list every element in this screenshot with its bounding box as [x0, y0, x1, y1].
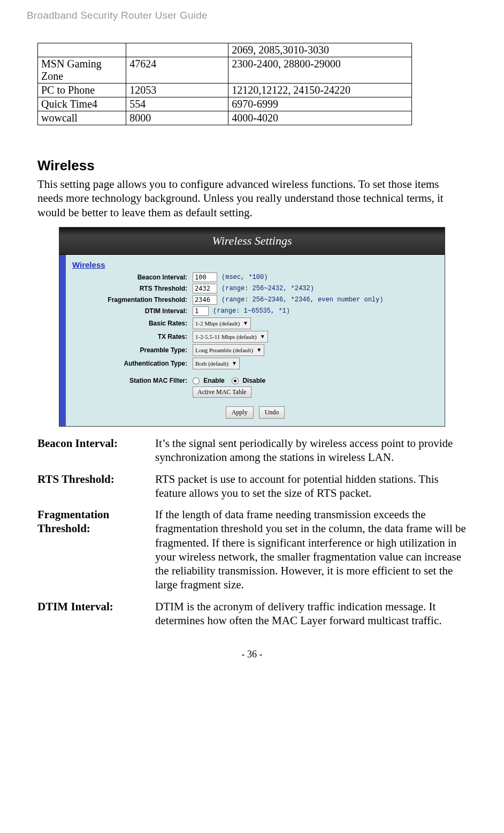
definition-term: RTS Threshold:	[37, 472, 155, 501]
input-beacon-interval[interactable]	[193, 272, 217, 282]
definition-row: Fragmentation Threshold: If the length o…	[37, 508, 467, 592]
document-header: Broadband Security Router User Guide	[27, 10, 477, 21]
select-tx-rates-value: 1-2-5.5-11 Mbps (default)	[195, 334, 257, 340]
router-side-stripe	[59, 255, 66, 426]
cell-app: PC to Phone	[38, 84, 126, 97]
label-fragmentation-threshold: Fragmentation Threshold:	[72, 296, 193, 304]
definition-term: Fragmentation Threshold:	[37, 508, 155, 592]
input-dtim-interval[interactable]	[193, 306, 209, 316]
label-basic-rates: Basic Rates:	[72, 320, 193, 327]
label-dtim-interval: DTIM Interval:	[72, 307, 193, 315]
cell-app: wowcall	[38, 111, 126, 125]
cell-udp: 6970-6999	[228, 97, 412, 111]
cell-app: MSN Gaming Zone	[38, 57, 126, 84]
section-intro: This setting page allows you to configur…	[37, 177, 467, 219]
definition-term: DTIM Interval:	[37, 600, 155, 628]
select-authentication-type-value: Both (default)	[195, 360, 228, 367]
cell-udp: 4000-4020	[228, 111, 412, 125]
definition-desc: It’s the signal sent periodically by wir…	[155, 436, 467, 465]
definition-desc: DTIM is the acronym of delivery traffic …	[155, 600, 467, 628]
definition-row: Beacon Interval: It’s the signal sent pe…	[37, 436, 467, 465]
select-authentication-type[interactable]: Both (default) ▼	[193, 358, 240, 369]
cell-tcp: 8000	[126, 111, 228, 125]
select-basic-rates[interactable]: 1-2 Mbps (default) ▼	[193, 317, 251, 329]
select-preamble-type[interactable]: Long Preamble (default) ▼	[193, 344, 264, 356]
table-row: MSN Gaming Zone 47624 2300-2400, 28800-2…	[38, 57, 412, 84]
cell-app: Quick Time4	[38, 97, 126, 111]
input-fragmentation-threshold[interactable]	[193, 295, 217, 305]
section-heading-wireless: Wireless	[37, 157, 467, 174]
cell-udp: 12120,12122, 24150-24220	[228, 84, 412, 97]
definition-term: Beacon Interval:	[37, 436, 155, 465]
chevron-down-icon: ▼	[232, 360, 237, 366]
hint-rts-threshold: (range: 256~2432, *2432)	[222, 285, 314, 292]
definition-desc: RTS packet is use to account for potenti…	[155, 472, 467, 501]
undo-button[interactable]: Undo	[259, 406, 285, 419]
hint-fragmentation-threshold: (range: 256~2346, *2346, even number onl…	[222, 296, 383, 304]
input-rts-threshold[interactable]	[193, 284, 217, 293]
apply-button[interactable]: Apply	[226, 406, 254, 419]
chevron-down-icon: ▼	[256, 347, 262, 353]
definition-row: DTIM Interval: DTIM is the acronym of de…	[37, 600, 467, 628]
definition-row: RTS Threshold: RTS packet is use to acco…	[37, 472, 467, 501]
cell-app	[38, 43, 126, 57]
chevron-down-icon: ▼	[243, 320, 248, 326]
label-authentication-type: Authentication Type:	[72, 360, 193, 367]
radio-disable[interactable]	[232, 377, 239, 384]
label-preamble-type: Preamble Type:	[72, 346, 193, 354]
port-mapping-table: 2069, 2085,3010-3030 MSN Gaming Zone 476…	[37, 43, 412, 125]
cell-tcp: 554	[126, 97, 228, 111]
cell-tcp	[126, 43, 228, 57]
label-rts-threshold: RTS Threshold:	[72, 285, 193, 292]
active-mac-table-button[interactable]: Active MAC Table	[193, 387, 251, 398]
label-beacon-interval: Beacon Interval:	[72, 274, 193, 281]
select-tx-rates[interactable]: 1-2-5.5-11 Mbps (default) ▼	[193, 331, 268, 343]
select-basic-rates-value: 1-2 Mbps (default)	[195, 320, 240, 327]
table-row: wowcall 8000 4000-4020	[38, 111, 412, 125]
cell-tcp: 12053	[126, 84, 228, 97]
definition-desc: If the length of data frame needing tran…	[155, 508, 467, 592]
router-title-bar: Wireless Settings	[59, 228, 445, 255]
hint-beacon-interval: (msec, *100)	[222, 274, 268, 281]
radio-enable-label: Enable	[203, 377, 224, 384]
cell-udp: 2300-2400, 28800-29000	[228, 57, 412, 84]
table-row: PC to Phone 12053 12120,12122, 24150-242…	[38, 84, 412, 97]
router-settings-panel: Wireless Settings Wireless Beacon Interv…	[59, 227, 445, 427]
table-row: Quick Time4 554 6970-6999	[38, 97, 412, 111]
hint-dtim-interval: (range: 1~65535, *1)	[213, 307, 290, 315]
select-preamble-type-value: Long Preamble (default)	[195, 347, 253, 353]
cell-udp: 2069, 2085,3010-3030	[228, 43, 412, 57]
page-number: - 36 -	[27, 649, 477, 660]
chevron-down-icon: ▼	[260, 334, 265, 339]
router-section-head: Wireless	[72, 260, 438, 269]
label-tx-rates: TX Rates:	[72, 333, 193, 340]
radio-disable-label: Disable	[242, 377, 265, 384]
radio-enable[interactable]	[193, 377, 200, 384]
table-row: 2069, 2085,3010-3030	[38, 43, 412, 57]
cell-tcp: 47624	[126, 57, 228, 84]
label-station-mac-filter: Station MAC Filter:	[72, 377, 193, 384]
